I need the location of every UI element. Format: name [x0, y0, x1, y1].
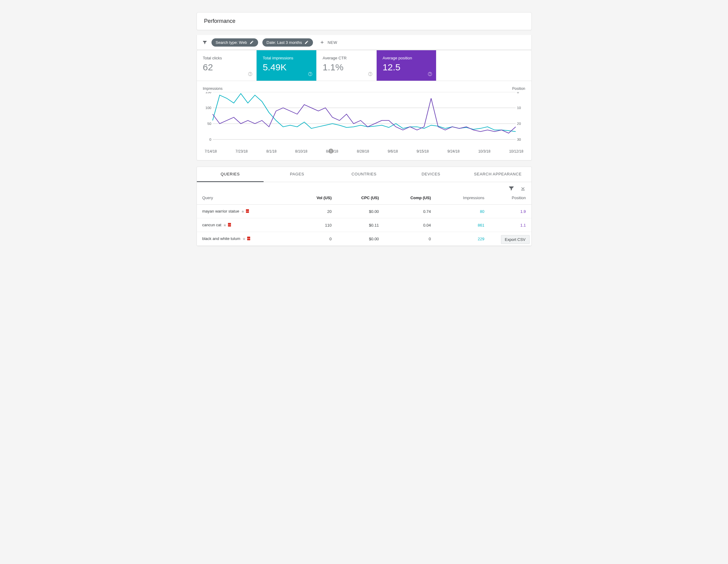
- tab-pages[interactable]: PAGES: [264, 167, 331, 182]
- star-icon[interactable]: ★: [223, 223, 227, 228]
- search-type-chip[interactable]: Search type: Web: [211, 38, 258, 47]
- col-impressions[interactable]: Impressions: [436, 191, 490, 205]
- tab-countries[interactable]: COUNTRIES: [331, 167, 398, 182]
- svg-text:30: 30: [517, 138, 521, 141]
- chart-svg: 150 100 50 0 0 10 20 30: [203, 92, 525, 147]
- filter-bar: Search type: Web Date: Last 3 months NEW: [197, 35, 532, 50]
- page-header: Performance: [197, 12, 532, 30]
- col-vol[interactable]: Vol (US): [294, 191, 337, 205]
- cell-impressions: 80: [436, 205, 490, 218]
- svg-text:50: 50: [207, 122, 211, 126]
- x-tick: 10/12/18: [509, 149, 524, 154]
- chart-area: Impressions Position 150 100 50 0: [197, 81, 531, 160]
- metric-spacer: [436, 50, 531, 81]
- export-csv-button[interactable]: Export CSV: [501, 235, 530, 244]
- date-chip[interactable]: Date: Last 3 months: [262, 38, 313, 47]
- new-filter-button[interactable]: NEW: [317, 38, 340, 47]
- help-icon[interactable]: [428, 72, 432, 78]
- chart-annotation[interactable]: 1: [328, 149, 333, 154]
- metric-average-ctr[interactable]: Average CTR 1.1%: [317, 50, 377, 81]
- metric-label: Average position: [383, 56, 430, 60]
- keyword-tool-icon[interactable]: [247, 237, 250, 240]
- x-tick: 9/15/18: [417, 149, 429, 154]
- search-type-chip-label: Search type: Web: [216, 40, 247, 45]
- cell-comp: 0.04: [384, 218, 436, 232]
- svg-text:20: 20: [517, 122, 521, 126]
- star-icon[interactable]: ★: [242, 237, 246, 241]
- cell-query: mayan warrior statue★: [197, 205, 294, 218]
- tab-queries[interactable]: QUERIES: [197, 167, 264, 182]
- cell-cpc: $0.00: [337, 232, 384, 246]
- x-tick: 9/24/18: [447, 149, 460, 154]
- x-tick: 8/1/18: [266, 149, 276, 154]
- download-icon[interactable]: [520, 185, 526, 191]
- cell-query: black and white tulum★: [197, 232, 294, 246]
- table-row[interactable]: black and white tulum★0$0.000229: [197, 232, 531, 246]
- metric-label: Total impressions: [263, 56, 310, 60]
- col-position[interactable]: Position: [490, 191, 531, 205]
- metric-value: 62: [203, 62, 250, 73]
- chart-right-axis-label: Position: [512, 87, 525, 91]
- svg-point-5: [370, 75, 370, 75]
- help-icon[interactable]: [308, 72, 313, 78]
- x-tick: 8/10/18: [295, 149, 307, 154]
- svg-point-3: [310, 75, 310, 75]
- svg-text:100: 100: [205, 106, 211, 110]
- x-tick: 7/14/18: [205, 149, 217, 154]
- page-title: Performance: [204, 18, 524, 24]
- metric-value: 1.1%: [323, 62, 370, 73]
- svg-text:10: 10: [517, 106, 521, 110]
- cell-impressions: 861: [436, 218, 490, 232]
- keyword-tool-icon[interactable]: [228, 223, 231, 227]
- help-icon[interactable]: [368, 72, 373, 78]
- table-row[interactable]: cancun cat★110$0.110.048611.1: [197, 218, 531, 232]
- metric-average-position[interactable]: Average position 12.5: [377, 50, 437, 81]
- cell-comp: 0.74: [384, 205, 436, 218]
- date-chip-label: Date: Last 3 months: [267, 40, 302, 45]
- filter-icon[interactable]: [202, 40, 207, 45]
- col-cpc[interactable]: CPC (US): [337, 191, 384, 205]
- metrics-card: Total clicks 62 Total impressions 5.49K …: [197, 50, 532, 161]
- table-row[interactable]: mayan warrior statue★20$0.000.74801.9: [197, 205, 531, 218]
- svg-text:150: 150: [205, 92, 211, 94]
- col-comp[interactable]: Comp (US): [384, 191, 436, 205]
- cell-impressions: 229: [436, 232, 490, 246]
- cell-vol: 110: [294, 218, 337, 232]
- edit-icon: [304, 40, 309, 44]
- star-icon[interactable]: ★: [241, 209, 245, 214]
- chart[interactable]: 150 100 50 0 0 10 20 30 1: [203, 92, 525, 147]
- chart-left-axis-label: Impressions: [203, 87, 223, 91]
- x-tick: 8/28/18: [357, 149, 369, 154]
- cell-query: cancun cat★: [197, 218, 294, 232]
- cell-position: 1.9: [490, 205, 531, 218]
- x-tick: 9/6/18: [388, 149, 398, 154]
- col-query[interactable]: Query: [197, 191, 294, 205]
- cell-vol: 20: [294, 205, 337, 218]
- help-icon[interactable]: [248, 72, 253, 78]
- x-tick: 10/3/18: [478, 149, 490, 154]
- queries-table: Query Vol (US) CPC (US) Comp (US) Impres…: [197, 191, 531, 246]
- x-tick: 7/23/18: [236, 149, 248, 154]
- new-filter-label: NEW: [328, 40, 337, 45]
- keyword-tool-icon[interactable]: [246, 209, 249, 213]
- cell-cpc: $0.00: [337, 205, 384, 218]
- metric-total-impressions[interactable]: Total impressions 5.49K: [257, 50, 317, 81]
- cell-position: 1.1: [490, 218, 531, 232]
- table-filter-icon[interactable]: [508, 185, 514, 191]
- tab-devices[interactable]: DEVICES: [397, 167, 464, 182]
- cell-vol: 0: [294, 232, 337, 246]
- table-toolbar: [197, 182, 531, 191]
- metric-label: Total clicks: [203, 56, 250, 60]
- tabs: QUERIESPAGESCOUNTRIESDEVICESSEARCH APPEA…: [197, 167, 531, 182]
- metric-value: 12.5: [383, 62, 430, 73]
- chart-x-ticks: 7/14/187/23/188/1/188/10/188/19/188/28/1…: [203, 149, 525, 154]
- svg-text:0: 0: [517, 92, 519, 94]
- metrics-row: Total clicks 62 Total impressions 5.49K …: [197, 50, 531, 81]
- data-table-card: QUERIESPAGESCOUNTRIESDEVICESSEARCH APPEA…: [197, 167, 532, 246]
- metric-label: Average CTR: [323, 56, 370, 60]
- cell-comp: 0: [384, 232, 436, 246]
- metric-value: 5.49K: [263, 62, 310, 73]
- metric-total-clicks[interactable]: Total clicks 62: [197, 50, 257, 81]
- edit-icon: [250, 40, 254, 44]
- tab-search-appearance[interactable]: SEARCH APPEARANCE: [464, 167, 531, 182]
